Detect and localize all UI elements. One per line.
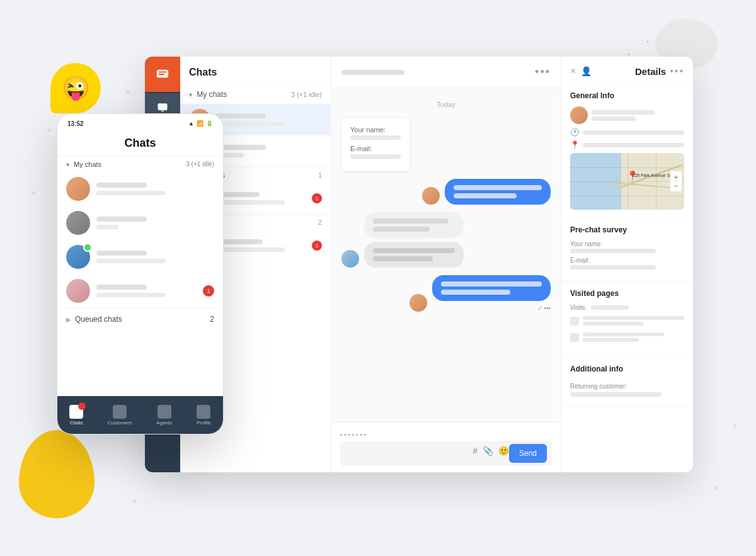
svg-rect-0 [157, 70, 168, 78]
mobile-time: 13:52 [67, 120, 84, 127]
details-title: Details [635, 66, 666, 77]
chat-info-4 [215, 239, 312, 252]
page-line-2a [583, 332, 664, 336]
pre-chat-name-value [570, 249, 656, 253]
deco-cross-2: × [126, 88, 130, 97]
mobile-queued-chevron: ▶ [66, 316, 71, 323]
general-info-section: General Info 🕐 📍 [561, 84, 693, 218]
svg-rect-1 [158, 103, 168, 110]
general-info-title: General Info [570, 91, 684, 100]
chat-list-title: Chats [189, 67, 217, 77]
mobile-nav-agents-label: Agents [156, 420, 172, 426]
mobile-status-bar: 13:52 ▲ 📶 🔋 [57, 114, 223, 133]
gi-name-line [592, 110, 655, 115]
visited-page-1 [570, 316, 684, 327]
mobile-chat-info-3 [96, 251, 214, 263]
mobile-nav-profile[interactable]: Profile [197, 405, 211, 426]
mobile-nav-chats[interactable]: Chats [69, 405, 83, 426]
mobile-my-chats-label: ▾ My chats [66, 161, 101, 168]
mobile-queued-item[interactable]: ▶ Queued chats 2 [57, 308, 223, 330]
chat-badge-4: 1 [312, 241, 322, 251]
attachment-icon[interactable]: 📎 [483, 446, 493, 456]
mobile-msg-4 [96, 293, 166, 297]
msg-row-agent-2: ✓ ••• [341, 275, 551, 312]
desktop-app: Chats ▾ My chats 3 (+1 idle) [145, 57, 693, 472]
visited-page-2 [570, 332, 684, 344]
mobile-queued-label: Queued chats [75, 315, 122, 324]
msg-status: ✓ ••• [537, 305, 551, 312]
mobile-chat-item-1[interactable] [57, 172, 223, 206]
email-val [350, 154, 401, 159]
mobile-chat-item-3[interactable] [57, 240, 223, 274]
deco-cross-11: × [714, 484, 718, 493]
mobile-chat-info-2 [96, 217, 214, 229]
returning-customer-label: Returning customer: [570, 383, 627, 390]
close-icon[interactable]: × [570, 65, 576, 77]
chat-name-1 [215, 113, 266, 118]
bubble-line-2 [454, 193, 517, 198]
mobile-app: 13:52 ▲ 📶 🔋 Chats ▾ My chats 3 (+1 idle) [57, 113, 224, 434]
deco-cross-3: + [47, 126, 52, 135]
mobile-my-chats-header: ▾ My chats 3 (+1 idle) [57, 157, 223, 172]
mobile-battery-icon: 🔋 [206, 120, 213, 127]
agent-bubble-1 [445, 179, 551, 205]
mobile-msg-3 [96, 259, 166, 263]
mobile-bottom-nav: Chats Customers Agents Profile [57, 396, 223, 434]
visitor-bubble-2 [364, 242, 464, 268]
mobile-nav-customers[interactable]: Customers [108, 405, 132, 426]
sidebar-logo[interactable] [145, 57, 180, 92]
mobile-avatar-3 [66, 245, 90, 269]
mobile-chat-info-1 [96, 183, 214, 195]
mobile-chat-item-4[interactable]: 1 [57, 274, 223, 308]
deco-cross-8: × [32, 189, 36, 198]
hashtag-icon[interactable]: # [472, 446, 478, 456]
deco-cross-7: + [32, 453, 36, 462]
details-more-btn[interactable]: ••• [670, 65, 684, 77]
page-lines-2 [583, 332, 684, 344]
mobile-status-icons: ▲ 📶 🔋 [188, 120, 213, 127]
date-divider: Today [341, 101, 551, 108]
emoji-icon[interactable]: 🙂 [498, 446, 509, 456]
mobile-name-1 [96, 183, 147, 188]
map-controls: + − [670, 171, 682, 191]
email-label: E-mail: [350, 145, 401, 152]
mobile-nav-profile-label: Profile [197, 420, 211, 426]
chat-info-2 [215, 145, 322, 157]
mobile-nav-customers-icon [113, 405, 127, 419]
msg-row-agent-1 [341, 179, 551, 205]
vbubble-line-1 [373, 218, 449, 224]
abubble2-line-2 [441, 290, 510, 295]
page-icon-1 [570, 317, 579, 326]
general-info-avatar-row [570, 106, 684, 124]
pre-chat-email-value [570, 265, 656, 269]
my-chats-label: ▾ My chats [189, 90, 227, 99]
chat-input-box[interactable]: # 📎 🙂 Send [340, 441, 552, 466]
map-zoom-in[interactable]: + [672, 173, 680, 181]
my-chats-section-header: ▾ My chats 3 (+1 idle) [180, 85, 331, 104]
pre-chat-name-field: Your name: [570, 241, 684, 253]
mobile-my-chats-badge: 3 (+1 idle) [186, 161, 214, 168]
sed-chats-count: 1 [318, 171, 322, 179]
mobile-name-3 [96, 251, 147, 256]
general-info-avatar [570, 106, 588, 124]
mobile-msg-1 [96, 191, 166, 195]
chat-input-toolbar: # 📎 🙂 [472, 446, 509, 456]
chat-header-title [341, 70, 404, 75]
agent-avatar-2 [410, 294, 427, 312]
pre-chat-email-field: E-mail: [570, 257, 684, 269]
visitor-avatar-1 [341, 250, 359, 268]
your-name-label: Your name: [350, 126, 401, 133]
map-zoom-out[interactable]: − [672, 181, 680, 190]
mobile-title: Chats [66, 137, 214, 150]
typing-indicator: • • • • • • • [340, 429, 552, 441]
chat-info-3 [215, 192, 312, 205]
deco-cross-6: × [132, 497, 137, 506]
send-button[interactable]: Send [509, 444, 547, 463]
your-name-val [350, 135, 401, 140]
chat-header-more[interactable]: ••• [535, 65, 551, 79]
online-badge-3 [83, 243, 92, 252]
mobile-chat-item-2[interactable] [57, 206, 223, 240]
mobile-nav-profile-icon [197, 405, 210, 419]
chat-info-1 [215, 113, 322, 126]
mobile-nav-agents[interactable]: Agents [156, 405, 172, 426]
